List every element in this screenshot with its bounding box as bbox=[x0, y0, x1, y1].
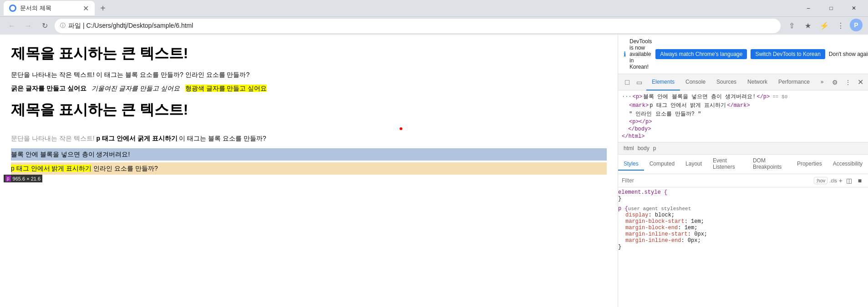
filter-bar: :hov .cls + ◫ ■ bbox=[618, 174, 868, 187]
breadcrumb-p[interactable]: p bbox=[651, 144, 658, 152]
tab-close-button[interactable]: ✕ bbox=[82, 5, 89, 12]
paragraph-3-rest: 이 태그는 블록 요소를 만들까? bbox=[179, 135, 266, 142]
breadcrumb-body[interactable]: body bbox=[636, 144, 651, 152]
title-bar: 문서의 제목 ✕ + – □ ✕ bbox=[0, 0, 868, 16]
css-rule-element-style: element.style { } bbox=[618, 189, 868, 202]
new-tab-button[interactable]: + bbox=[96, 2, 109, 15]
switch-devtools-button[interactable]: Switch DevTools to Korean bbox=[751, 49, 825, 59]
italic-text: 기울여진 글자를 만들고 싶어요 bbox=[91, 85, 180, 92]
tab-more[interactable]: » bbox=[815, 74, 829, 91]
dom-breadcrumb: html body p bbox=[618, 142, 868, 155]
url-text: 파일 | C:/Users/ghdtj/Desktop/sample/6.htm… bbox=[68, 22, 775, 30]
filter-hov-button[interactable]: :hov bbox=[814, 177, 828, 184]
styles-tab-dom-breakpoints[interactable]: DOM Breakpoints bbox=[747, 155, 792, 174]
dont-show-again-button[interactable]: Don't show again bbox=[829, 51, 868, 57]
forward-button[interactable]: → bbox=[22, 20, 35, 32]
selected-paragraph: 블록 안에 블록을 넣으면 층이 생겨버려요! bbox=[11, 148, 607, 161]
dom-line-5[interactable]: </body> bbox=[618, 126, 868, 133]
filter-actions: :hov .cls + ◫ ■ bbox=[814, 176, 864, 185]
device-toolbar-icon[interactable]: ▭ bbox=[634, 77, 645, 88]
tab-title: 문서의 제목 bbox=[20, 4, 78, 12]
css-property-mbs: margin-block-start bbox=[618, 218, 685, 225]
dom-equals: == $0 bbox=[772, 94, 787, 100]
maximize-button[interactable]: □ bbox=[821, 1, 842, 15]
filter-input[interactable] bbox=[622, 177, 812, 184]
element-picker-icon[interactable]: □ bbox=[622, 77, 633, 88]
tab-elements[interactable]: Elements bbox=[646, 74, 680, 91]
styles-tabs: Styles Computed Layout Event Listeners D… bbox=[618, 155, 868, 174]
styles-tab-accessibility[interactable]: Accessibility bbox=[827, 158, 868, 171]
page-paragraph-1: 문단을 나타내는 작은 텍스트! 이 태그는 블록 요소를 만들까? 인라인 요… bbox=[11, 71, 607, 79]
styles-tab-properties[interactable]: Properties bbox=[792, 158, 827, 171]
styles-tab-computed[interactable]: Computed bbox=[644, 158, 680, 171]
bold-text: 굵은 글자를 만들고 싶어요 bbox=[11, 85, 86, 92]
tab-sources[interactable]: Sources bbox=[711, 74, 742, 91]
dom-line-6[interactable]: </html> bbox=[618, 133, 868, 140]
css-margin-inline-start-line: margin-inline-start : 0px; bbox=[618, 231, 868, 237]
settings-icon[interactable]: ⚙ bbox=[829, 76, 841, 88]
devtools-toolbar: □ ▭ Elements Console Sources Network Per… bbox=[618, 74, 868, 91]
filter-grid-icon[interactable]: ■ bbox=[855, 176, 864, 185]
paragraph-5-content: p 태그 안에서 밝게 표시하기 인라인 요소를 만들까? bbox=[11, 165, 158, 172]
extensions-icon[interactable]: ⚡ bbox=[817, 19, 832, 33]
dom-line-2[interactable]: <mark> p 태그 안에서 밝게 표시하기 </mark> bbox=[618, 101, 868, 110]
dom-inline-text: " 인라인 요소를 만들까? " bbox=[629, 110, 701, 118]
filter-layout-icon[interactable]: ◫ bbox=[844, 176, 853, 185]
more-options-icon[interactable]: ⋮ bbox=[842, 76, 854, 88]
filter-add-button[interactable]: + bbox=[839, 177, 843, 184]
bookmark-icon[interactable]: ★ bbox=[801, 19, 815, 33]
share-icon[interactable]: ⇧ bbox=[784, 19, 799, 33]
devtools-close-button[interactable]: ✕ bbox=[855, 76, 867, 88]
tab-performance[interactable]: Performance bbox=[773, 74, 815, 91]
url-bar[interactable]: ⓘ 파일 | C:/Users/ghdtj/Desktop/sample/6.h… bbox=[55, 19, 781, 33]
css-value-display: block; bbox=[655, 212, 675, 218]
styles-tab-event-listeners[interactable]: Event Listeners bbox=[707, 155, 747, 174]
styles-tab-styles[interactable]: Styles bbox=[618, 158, 644, 171]
dom-text: 블록 안에 블록을 넣으면 층이 생겨버려요! bbox=[643, 93, 756, 101]
browser-menu-icon[interactable]: ⋮ bbox=[833, 19, 848, 33]
profile-button[interactable]: P bbox=[850, 19, 863, 31]
dom-line-1[interactable]: ··· <p> 블록 안에 블록을 넣으면 층이 생겨버려요! </p> == … bbox=[618, 92, 868, 101]
css-p-selector: p { bbox=[618, 206, 628, 212]
element-type-badge: p bbox=[5, 176, 11, 181]
devtools-notification: ℹ DevTools is now available in Korean! A… bbox=[618, 35, 868, 74]
dom-line-3[interactable]: " 인라인 요소를 만들까? " bbox=[618, 110, 868, 118]
match-language-button[interactable]: Always match Chrome's language bbox=[655, 49, 747, 59]
dim-text: 문단을 나타내는 작은 텍스트! bbox=[11, 135, 95, 142]
filter-cls-button[interactable]: .cls bbox=[829, 178, 837, 183]
address-bar: ← → ↻ ⓘ 파일 | C:/Users/ghdtj/Desktop/samp… bbox=[0, 16, 868, 35]
reload-button[interactable]: ↻ bbox=[38, 20, 51, 32]
css-close-line: } bbox=[618, 196, 868, 202]
breadcrumb-html[interactable]: html bbox=[622, 144, 636, 152]
back-button[interactable]: ← bbox=[5, 20, 18, 32]
css-value-mbe: 1em; bbox=[685, 225, 698, 231]
css-display-line: display : block; bbox=[618, 212, 868, 218]
notification-text: DevTools is now available in Korean! bbox=[629, 38, 652, 70]
minimize-button[interactable]: – bbox=[798, 1, 819, 15]
css-rules: element.style { } p { user agent stylesh… bbox=[618, 187, 868, 307]
dom-p-empty: <p></p> bbox=[629, 119, 652, 125]
browser-tab[interactable]: 문서의 제목 ✕ bbox=[4, 1, 95, 15]
tab-console[interactable]: Console bbox=[680, 74, 711, 91]
css-value-mis: 0px; bbox=[694, 231, 707, 237]
close-button[interactable]: ✕ bbox=[843, 1, 864, 15]
address-bar-actions: ⇧ ★ ⚡ ⋮ P bbox=[784, 19, 863, 33]
css-value-mbs: 1em; bbox=[691, 218, 704, 225]
css-value-mie: 0px; bbox=[688, 237, 701, 244]
dom-mark-open: <mark> bbox=[629, 102, 649, 109]
bold-inline: p 태그 안에서 굵게 표시하기 bbox=[96, 135, 177, 142]
css-property-mie: margin-inline-end bbox=[618, 237, 681, 244]
page-paragraph-3: 문단을 나타내는 작은 텍스트! p 태그 안에서 굵게 표시하기 이 태그는 … bbox=[11, 135, 607, 143]
tab-network[interactable]: Network bbox=[742, 74, 773, 91]
dom-close-tag: </p> bbox=[756, 94, 770, 100]
dom-html-close: </html> bbox=[622, 133, 645, 140]
dom-more-icon: ··· bbox=[622, 94, 632, 100]
css-rule-p: p { user agent stylesheet display : bloc… bbox=[618, 206, 868, 250]
css-close-brace: } bbox=[618, 196, 621, 202]
selected-text: 블록 안에 블록을 넣으면 층이 생겨버려요! bbox=[11, 151, 130, 158]
tab-favicon bbox=[9, 5, 16, 12]
dom-line-4[interactable]: <p></p> bbox=[618, 118, 868, 126]
dom-tree: ··· <p> 블록 안에 블록을 넣으면 층이 생겨버려요! </p> == … bbox=[618, 91, 868, 142]
styles-tab-layout[interactable]: Layout bbox=[680, 158, 707, 171]
element-dimensions: 965.6 × 21.6 bbox=[13, 176, 41, 181]
